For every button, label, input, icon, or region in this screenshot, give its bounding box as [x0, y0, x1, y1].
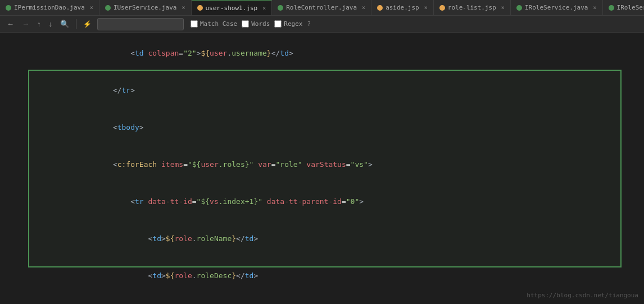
tab-label: RoleController.java — [286, 4, 357, 11]
tab-icon — [105, 5, 111, 11]
code-line: <tbody> — [34, 109, 644, 146]
words-label: Words — [251, 20, 270, 28]
tab-icon — [609, 5, 614, 11]
search-input[interactable] — [101, 20, 180, 28]
tab-icon — [197, 5, 203, 11]
tab-label: IPermissionDao.java — [14, 4, 85, 11]
tab-iuserservice[interactable]: IUserService.java × — [99, 0, 192, 16]
tab-close[interactable]: × — [90, 4, 93, 11]
tab-aside[interactable]: aside.jsp × — [371, 0, 434, 16]
tab-close[interactable]: × — [362, 4, 365, 11]
tab-rolecontroller[interactable]: RoleController.java × — [272, 0, 371, 16]
line-numbers — [0, 33, 28, 304]
tab-icon — [6, 5, 11, 11]
tab-label: IUserService.java — [114, 4, 177, 11]
tab-bar: IPermissionDao.java × IUserService.java … — [0, 0, 644, 16]
help-icon[interactable]: ? — [307, 20, 311, 28]
tab-rolelist[interactable]: role-list.jsp × — [434, 0, 511, 16]
words-option[interactable]: Words — [242, 20, 270, 28]
toolbar: ← → ↑ ↓ 🔍 ⚡ Match Case Words Regex ? — [0, 16, 644, 33]
code-line: <tr data-tt-id="${vs.index+1}" data-tt-p… — [34, 183, 644, 220]
tab-icon — [439, 5, 445, 11]
tab-label: user-show1.jsp — [206, 4, 258, 12]
tab-close[interactable]: × — [262, 5, 266, 11]
tab-iroleserviceimpl[interactable]: IRoleServiceImpl.java × — [603, 0, 644, 16]
tab-ipermissiondao[interactable]: IPermissionDao.java × — [0, 0, 99, 16]
next-match-button[interactable]: ↓ — [47, 19, 55, 29]
words-checkbox[interactable] — [242, 20, 249, 28]
code-content[interactable]: <td colspan="2">${user.username}</td> </… — [28, 33, 644, 304]
prev-match-button[interactable]: ↑ — [35, 19, 43, 29]
separator — [76, 19, 76, 29]
tab-label: role-list.jsp — [448, 4, 496, 11]
back-button[interactable]: ← — [4, 19, 16, 29]
tab-iroleservice[interactable]: IRoleService.java × — [511, 0, 603, 16]
tab-icon — [516, 5, 522, 11]
tab-close[interactable]: × — [182, 4, 185, 11]
tab-close[interactable]: × — [593, 4, 596, 11]
watermark: https://blog.csdn.net/tiangoua — [527, 289, 638, 302]
tab-close[interactable]: × — [501, 4, 505, 11]
tab-icon — [278, 5, 283, 11]
regex-label: Regex — [284, 20, 302, 28]
tab-label: aside.jsp — [386, 4, 419, 11]
forward-button[interactable]: → — [20, 19, 31, 29]
code-line: <td colspan="2">${user.username}</td> — [34, 35, 644, 72]
code-area: <td colspan="2">${user.username}</td> </… — [0, 33, 644, 304]
tab-usershow1[interactable]: user-show1.jsp × — [192, 0, 273, 16]
code-line: </tr> — [34, 72, 644, 109]
match-case-label: Match Case — [200, 20, 237, 28]
search-options: Match Case Words Regex ? — [191, 20, 311, 28]
regex-option[interactable]: Regex — [274, 20, 302, 28]
code-line: <td>${role.roleName}</td> — [34, 220, 644, 257]
match-case-checkbox[interactable] — [191, 20, 198, 28]
tab-label: IRoleService.java — [525, 4, 588, 11]
code-line: <c:forEach items="${user.roles}" var="ro… — [34, 146, 644, 183]
search-icon-button[interactable]: 🔍 — [58, 19, 71, 29]
search-box — [97, 18, 184, 30]
tab-icon — [377, 5, 383, 11]
match-case-option[interactable]: Match Case — [191, 20, 237, 28]
regex-checkbox[interactable] — [274, 20, 282, 28]
filter-button[interactable]: ⚡ — [81, 19, 94, 29]
tab-label: IRoleServiceImpl.java — [617, 4, 644, 11]
tab-close[interactable]: × — [424, 4, 428, 11]
